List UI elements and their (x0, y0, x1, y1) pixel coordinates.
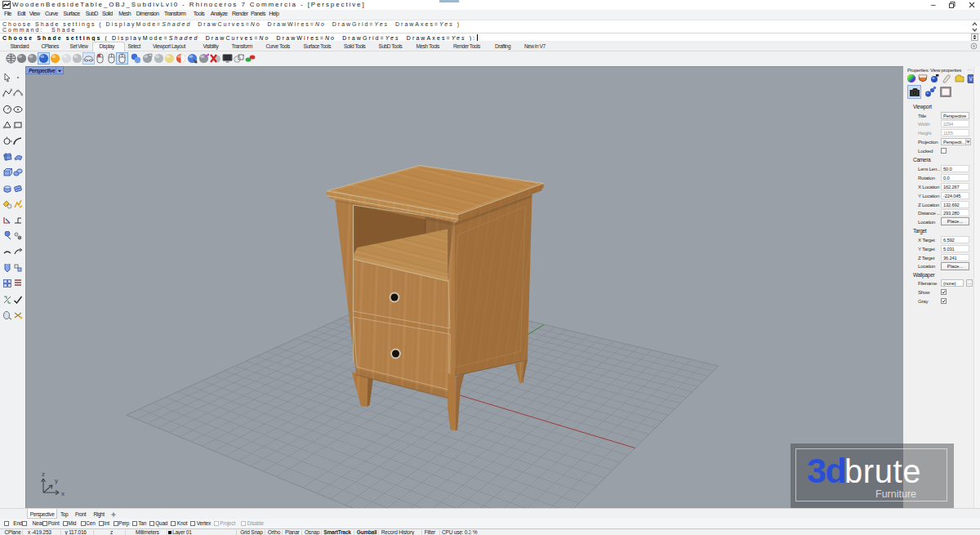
svg-text:x: x (61, 490, 65, 497)
svg-text:z: z (42, 470, 45, 478)
svg-text:y: y (55, 477, 58, 484)
